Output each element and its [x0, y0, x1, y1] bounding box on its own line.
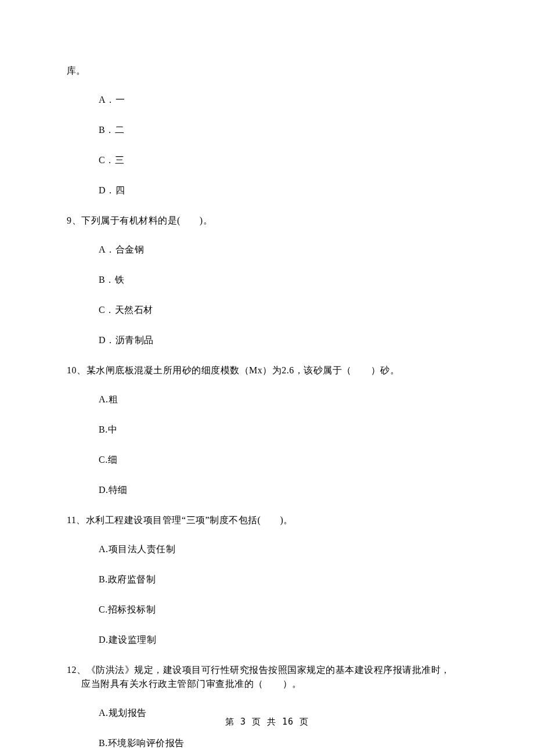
q9-option-a: A．合金钢 [99, 243, 467, 257]
q10-option-c: C.细 [99, 453, 467, 467]
q11-option-c: C.招标投标制 [99, 603, 467, 617]
q10-stem: 10、某水闸底板混凝土所用砂的细度模数（Mx）为2.6，该砂属于（ ）砂。 [67, 363, 467, 377]
q9-option-c: C．天然石材 [99, 303, 467, 317]
q9-option-b: B．铁 [99, 273, 467, 287]
q11-stem: 11、水利工程建设项目管理“三项”制度不包括( )。 [67, 513, 467, 527]
document-page: 库。 A．一 B．二 C．三 D．四 9、下列属于有机材料的是( )。 A．合金… [0, 0, 534, 756]
q8-option-b: B．二 [99, 123, 467, 137]
previous-question-fragment: 库。 [67, 64, 467, 78]
q9-option-d: D．沥青制品 [99, 333, 467, 347]
q8-option-d: D．四 [99, 183, 467, 197]
q11-option-b: B.政府监督制 [99, 573, 467, 586]
q10-option-b: B.中 [99, 423, 467, 437]
q8-option-c: C．三 [99, 153, 467, 167]
q10-option-d: D.特细 [99, 483, 467, 497]
q9-stem: 9、下列属于有机材料的是( )。 [67, 214, 467, 228]
q11-option-d: D.建设监理制 [99, 633, 467, 647]
q8-option-a: A．一 [99, 93, 467, 107]
q12-stem-line2: 应当附具有关水行政主管部门审查批准的（ ）。 [81, 677, 467, 691]
q12-option-b: B.环境影响评价报告 [99, 736, 467, 750]
q10-option-a: A.粗 [99, 393, 467, 406]
page-footer: 第 3 页 共 16 页 [0, 715, 534, 729]
q11-option-a: A.项目法人责任制 [99, 542, 467, 556]
q12-stem: 12、《防洪法》规定，建设项目可行性研究报告按照国家规定的基本建设程序报请批准时… [67, 663, 467, 691]
q12-stem-line1: 12、《防洪法》规定，建设项目可行性研究报告按照国家规定的基本建设程序报请批准时… [67, 663, 467, 677]
